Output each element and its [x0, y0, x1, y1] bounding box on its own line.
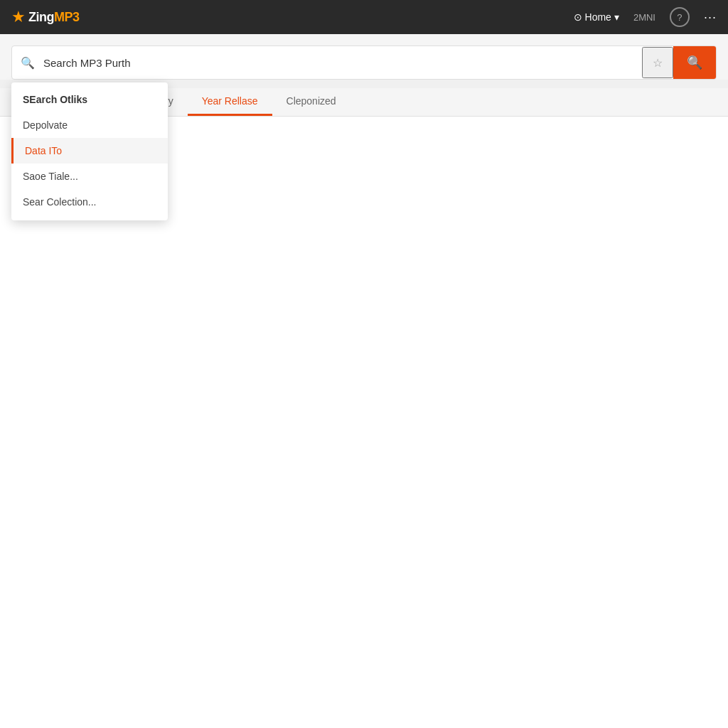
logo-text: ZingMP3 [28, 10, 80, 25]
more-button[interactable]: ··· [704, 10, 717, 25]
logo-star-icon: ★ [11, 8, 26, 26]
dropdown-title: SEarch Otliks [11, 88, 168, 112]
search-dropdown: SEarch Otliks Depolvate Data ITo Saoe Ti… [11, 82, 168, 220]
navbar: ★ ZingMP3 ⊙ Home ▾ 2MNI ? ··· [0, 0, 728, 34]
search-bar: 🔍 ☆ 🔍 [11, 46, 717, 80]
search-left-icon: 🔍 [12, 56, 43, 70]
star-icon: ☆ [653, 56, 663, 70]
dropdown-item-depolvate[interactable]: Depolvate [11, 112, 168, 138]
search-submit-button[interactable]: 🔍 [673, 46, 716, 80]
info-button[interactable]: ? [670, 7, 690, 27]
tab-year-rellase[interactable]: Year Rellase [188, 88, 272, 116]
favorite-button[interactable]: ☆ [642, 47, 673, 78]
tab-cleponized[interactable]: Cleponized [272, 88, 350, 116]
dropdown-item-saoe-tiale[interactable]: Saoe Tiale... [11, 164, 168, 189]
home-icon: ⊙ [574, 11, 582, 23]
home-nav-button[interactable]: ⊙ Home ▾ [574, 11, 619, 23]
home-chevron-icon: ▾ [614, 11, 619, 23]
search-submit-icon: 🔍 [687, 55, 702, 70]
search-input[interactable] [43, 57, 642, 69]
dropdown-item-data-ito[interactable]: Data ITo [11, 138, 168, 164]
user-label: 2MNI [633, 12, 655, 23]
dropdown-item-sear-colection[interactable]: Sear Colection... [11, 189, 168, 215]
logo[interactable]: ★ ZingMP3 [11, 8, 80, 26]
search-area: 🔍 ☆ 🔍 SEarch Otliks Depolvate Data ITo S… [0, 34, 728, 80]
info-icon: ? [677, 12, 682, 23]
home-label: Home [585, 11, 611, 23]
